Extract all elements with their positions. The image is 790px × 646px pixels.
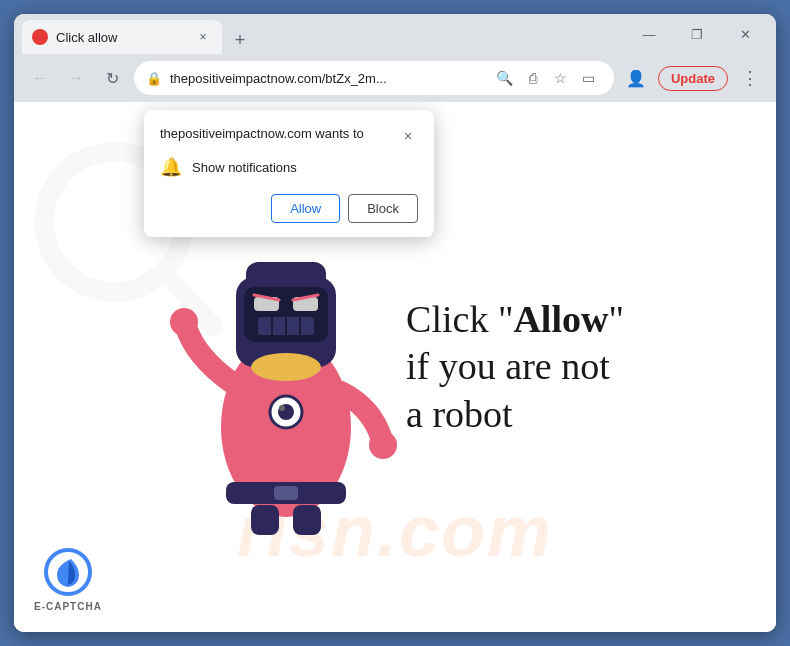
main-text-line2: if you are not (406, 343, 624, 391)
block-button[interactable]: Block (348, 194, 418, 223)
url-text: thepositiveimpactnow.com/btZx_2m... (170, 71, 484, 86)
popup-buttons: Allow Block (160, 194, 418, 223)
url-bar[interactable]: 🔒 thepositiveimpactnow.com/btZx_2m... 🔍 … (134, 61, 614, 95)
back-button[interactable]: ← (26, 64, 54, 92)
allow-text-bold: Allow (513, 298, 608, 340)
captcha-area: E-CAPTCHA (34, 547, 102, 612)
new-tab-button[interactable]: + (226, 26, 254, 54)
svg-point-14 (251, 353, 321, 381)
profile-button[interactable]: 👤 (622, 64, 650, 92)
robot-illustration (166, 197, 406, 537)
popup-close-button[interactable]: × (398, 126, 418, 146)
browser-content: thepositiveimpactnow.com wants to × 🔔 Sh… (14, 102, 776, 632)
browser-window: Click allow × + — ❐ ✕ ← → ↻ 🔒 thepositiv… (14, 14, 776, 632)
tab-area: Click allow × + (22, 14, 620, 54)
update-button[interactable]: Update (658, 66, 728, 91)
minimize-button[interactable]: — (626, 18, 672, 50)
allow-button[interactable]: Allow (271, 194, 340, 223)
bookmark-icon[interactable]: ☆ (548, 65, 574, 91)
tab-title: Click allow (56, 30, 186, 45)
forward-button[interactable]: → (62, 64, 90, 92)
svg-point-17 (279, 405, 285, 411)
close-window-button[interactable]: ✕ (722, 18, 768, 50)
browser-tab[interactable]: Click allow × (22, 20, 222, 54)
notification-text: Show notifications (192, 160, 297, 175)
svg-rect-19 (274, 486, 298, 500)
bell-icon: 🔔 (160, 156, 182, 178)
main-text-line3: a robot (406, 391, 624, 439)
window-controls: — ❐ ✕ (626, 18, 768, 50)
svg-point-20 (170, 308, 198, 336)
notification-popup: thepositiveimpactnow.com wants to × 🔔 Sh… (144, 110, 434, 237)
url-actions: 🔍 ⎙ ☆ ▭ (492, 65, 602, 91)
svg-rect-23 (293, 505, 321, 535)
search-icon[interactable]: 🔍 (492, 65, 518, 91)
main-page-text: Click "Allow" if you are not a robot (406, 296, 624, 439)
title-bar: Click allow × + — ❐ ✕ (14, 14, 776, 54)
popup-notification-row: 🔔 Show notifications (160, 156, 418, 178)
lock-icon: 🔒 (146, 71, 162, 86)
maximize-button[interactable]: ❐ (674, 18, 720, 50)
address-bar: ← → ↻ 🔒 thepositiveimpactnow.com/btZx_2m… (14, 54, 776, 102)
popup-header: thepositiveimpactnow.com wants to × (160, 126, 418, 146)
captcha-label: E-CAPTCHA (34, 601, 102, 612)
refresh-button[interactable]: ↻ (98, 64, 126, 92)
tab-close-button[interactable]: × (194, 28, 212, 46)
tab-icon[interactable]: ▭ (576, 65, 602, 91)
svg-point-21 (369, 431, 397, 459)
tab-favicon (32, 29, 48, 45)
svg-rect-22 (251, 505, 279, 535)
share-icon[interactable]: ⎙ (520, 65, 546, 91)
menu-button[interactable]: ⋮ (736, 64, 764, 92)
captcha-logo-icon (43, 547, 93, 597)
popup-title: thepositiveimpactnow.com wants to (160, 126, 364, 141)
